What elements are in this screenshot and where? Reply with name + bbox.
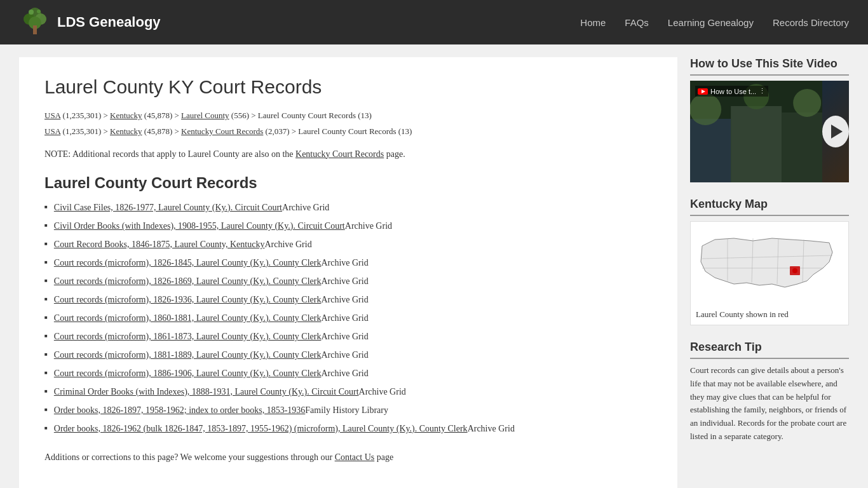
record-item-5: Court records (microform), 1826-1936, La… bbox=[44, 293, 652, 306]
main-nav: Home FAQs Learning Genealogy Records Dir… bbox=[580, 17, 849, 28]
content-wrapper: Laurel County KY Court Records USA (1,23… bbox=[0, 44, 868, 488]
svg-rect-9 bbox=[731, 106, 782, 182]
nav-faqs[interactable]: FAQs bbox=[625, 17, 649, 28]
main-content: Laurel County KY Court Records USA (1,23… bbox=[19, 57, 677, 488]
section-title: Laurel County Court Records bbox=[44, 174, 652, 192]
research-tip-title: Research Tip bbox=[690, 341, 849, 359]
kentucky-map: Laurel County shown in red bbox=[690, 221, 849, 325]
site-header: LDS Genealogy Home FAQs Learning Genealo… bbox=[0, 0, 868, 44]
map-section-title: Kentucky Map bbox=[690, 198, 849, 216]
breadcrumb-ky-court-records[interactable]: Kentucky Court Records bbox=[181, 126, 263, 136]
breadcrumb-usa-1[interactable]: USA bbox=[44, 111, 60, 120]
record-item-6: Court records (microform), 1860-1881, La… bbox=[44, 311, 652, 325]
research-tip-text: Court records can give details about a p… bbox=[690, 364, 849, 444]
research-tip-section: Research Tip Court records can give deta… bbox=[690, 341, 849, 444]
map-section: Kentucky Map La bbox=[690, 198, 849, 325]
record-link-10[interactable]: Criminal Order Books (with Indexes), 188… bbox=[54, 385, 359, 398]
record-link-12[interactable]: Order books, 1826-1962 (bulk 1826-1847, … bbox=[54, 422, 468, 435]
records-list: Civil Case Files, 1826-1977, Laurel Coun… bbox=[44, 201, 652, 435]
breadcrumb-line-2: USA (1,235,301) > Kentucky (45,878) > Ke… bbox=[44, 125, 652, 139]
ky-map-svg bbox=[696, 227, 836, 303]
logo-area[interactable]: LDS Genealogy bbox=[19, 6, 161, 38]
video-label: How to Use t... ⋮ bbox=[695, 86, 768, 97]
yt-icon bbox=[698, 88, 708, 95]
breadcrumb-kentucky-2[interactable]: Kentucky bbox=[110, 126, 142, 136]
svg-rect-4 bbox=[33, 25, 37, 34]
svg-rect-8 bbox=[690, 119, 731, 182]
breadcrumbs: USA (1,235,301) > Kentucky (45,878) > La… bbox=[44, 109, 652, 139]
record-item-3: Court records (microform), 1826-1845, La… bbox=[44, 256, 652, 269]
svg-point-23 bbox=[792, 268, 797, 273]
video-section: How to Use This Site Video bbox=[690, 57, 849, 182]
breadcrumb-laurel-county[interactable]: Laurel County bbox=[181, 111, 229, 120]
sidebar: How to Use This Site Video bbox=[690, 57, 849, 488]
video-inner: How to Use t... ⋮ bbox=[690, 81, 849, 182]
record-item-0: Civil Case Files, 1826-1977, Laurel Coun… bbox=[44, 201, 652, 214]
record-item-7: Court records (microform), 1861-1873, La… bbox=[44, 330, 652, 343]
nav-records[interactable]: Records Directory bbox=[773, 17, 849, 28]
record-link-2[interactable]: Court Record Books, 1846-1875, Laurel Co… bbox=[54, 238, 265, 251]
record-link-3[interactable]: Court records (microform), 1826-1845, La… bbox=[54, 256, 322, 269]
breadcrumb-line-1: USA (1,235,301) > Kentucky (45,878) > La… bbox=[44, 109, 652, 123]
record-link-9[interactable]: Court records (microform), 1886-1906, La… bbox=[54, 367, 322, 380]
svg-point-6 bbox=[37, 10, 41, 13]
additions-paragraph: Additions or corrections to this page? W… bbox=[44, 451, 652, 464]
record-item-1: Civil Order Books (with Indexes), 1908-1… bbox=[44, 219, 652, 233]
contact-us-link[interactable]: Contact Us bbox=[335, 452, 375, 462]
nav-home[interactable]: Home bbox=[580, 17, 606, 28]
record-link-5[interactable]: Court records (microform), 1826-1936, La… bbox=[54, 293, 322, 306]
svg-point-13 bbox=[793, 89, 821, 117]
video-thumbnail[interactable]: How to Use t... ⋮ bbox=[690, 81, 849, 182]
breadcrumb-kentucky-1[interactable]: Kentucky bbox=[110, 111, 142, 120]
nav-learning[interactable]: Learning Genealogy bbox=[668, 17, 754, 28]
record-link-8[interactable]: Court records (microform), 1881-1889, La… bbox=[54, 348, 322, 362]
record-item-11: Order books, 1826-1897, 1958-1962; index… bbox=[44, 403, 652, 417]
breadcrumb-usa-2[interactable]: USA bbox=[44, 126, 60, 136]
video-play-button[interactable] bbox=[822, 116, 849, 147]
note-link[interactable]: Kentucky Court Records bbox=[295, 149, 384, 159]
record-link-0[interactable]: Civil Case Files, 1826-1977, Laurel Coun… bbox=[54, 201, 282, 214]
record-link-6[interactable]: Court records (microform), 1860-1881, La… bbox=[54, 311, 322, 325]
svg-point-11 bbox=[690, 93, 721, 125]
record-item-8: Court records (microform), 1881-1889, La… bbox=[44, 348, 652, 362]
record-link-7[interactable]: Court records (microform), 1861-1873, La… bbox=[54, 330, 322, 343]
page-title: Laurel County KY Court Records bbox=[44, 76, 652, 98]
record-item-12: Order books, 1826-1962 (bulk 1826-1847, … bbox=[44, 422, 652, 435]
record-link-11[interactable]: Order books, 1826-1897, 1958-1962; index… bbox=[54, 403, 305, 417]
note-paragraph: NOTE: Additional records that apply to L… bbox=[44, 147, 652, 161]
logo-text: LDS Genealogy bbox=[57, 14, 161, 30]
record-item-2: Court Record Books, 1846-1875, Laurel Co… bbox=[44, 238, 652, 251]
record-item-4: Court records (microform), 1826-1869, La… bbox=[44, 274, 652, 288]
record-link-4[interactable]: Court records (microform), 1826-1869, La… bbox=[54, 274, 322, 288]
record-item-10: Criminal Order Books (with Indexes), 188… bbox=[44, 385, 652, 398]
video-section-title: How to Use This Site Video bbox=[690, 57, 849, 76]
record-link-1[interactable]: Civil Order Books (with Indexes), 1908-1… bbox=[54, 219, 345, 233]
svg-rect-10 bbox=[782, 112, 822, 182]
record-item-9: Court records (microform), 1886-1906, La… bbox=[44, 367, 652, 380]
map-caption: Laurel County shown in red bbox=[696, 309, 843, 320]
svg-point-5 bbox=[29, 10, 34, 15]
logo-tree-icon bbox=[19, 6, 51, 38]
